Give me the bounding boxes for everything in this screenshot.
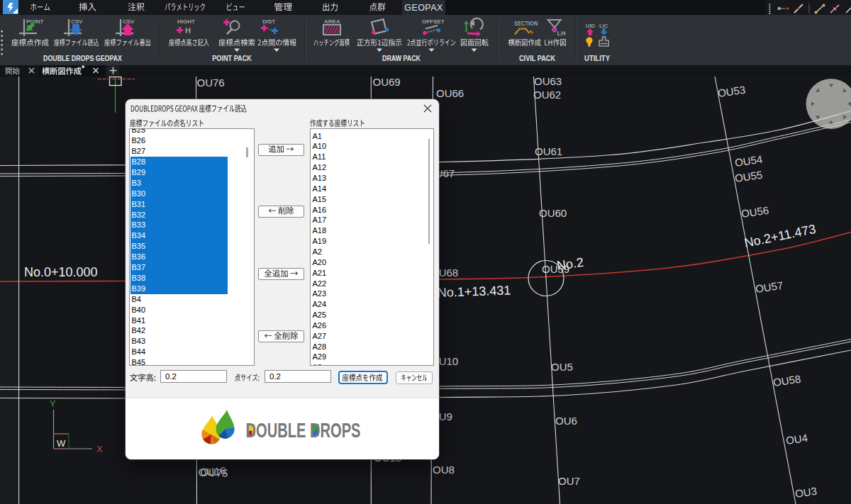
svg-text:OFFSET: OFFSET [422, 18, 445, 25]
svg-text:OU76: OU76 [197, 77, 225, 89]
svg-text:DIST: DIST [262, 18, 275, 25]
svg-text:CIVIL PACK: CIVIL PACK [519, 54, 555, 62]
svg-text:OU5: OU5 [551, 361, 573, 373]
svg-text:OU62: OU62 [533, 89, 561, 101]
svg-text:DRAW PACK: DRAW PACK [382, 54, 421, 62]
svg-text:UTILITY: UTILITY [584, 54, 611, 62]
svg-text:SECTION: SECTION [514, 21, 538, 28]
svg-text:POINT PACK: POINT PACK [212, 54, 252, 62]
svg-text:LIC: LIC [599, 23, 608, 29]
svg-text:Y: Y [50, 398, 56, 409]
svg-text:W: W [57, 438, 66, 449]
svg-text:H: H [185, 26, 191, 35]
svg-text:DOUBLE DROPS: DOUBLE DROPS [246, 418, 361, 442]
svg-text:No.0+10.000: No.0+10.000 [24, 265, 98, 279]
svg-text:*: * [82, 64, 85, 72]
svg-text:OU63: OU63 [534, 75, 562, 87]
svg-text:UID: UID [586, 23, 596, 29]
svg-text:X: X [96, 444, 103, 454]
svg-text:AREA: AREA [324, 18, 340, 25]
svg-text:OU66: OU66 [436, 87, 464, 99]
svg-text:OU61: OU61 [535, 145, 562, 157]
svg-text:LH: LH [557, 30, 566, 37]
svg-text:OU60: OU60 [539, 207, 567, 219]
svg-text:OU6: OU6 [555, 415, 577, 427]
svg-text:OU7: OU7 [558, 475, 580, 487]
svg-text:No.1+13.431: No.1+13.431 [437, 283, 511, 300]
svg-text:OU69: OU69 [373, 76, 401, 88]
